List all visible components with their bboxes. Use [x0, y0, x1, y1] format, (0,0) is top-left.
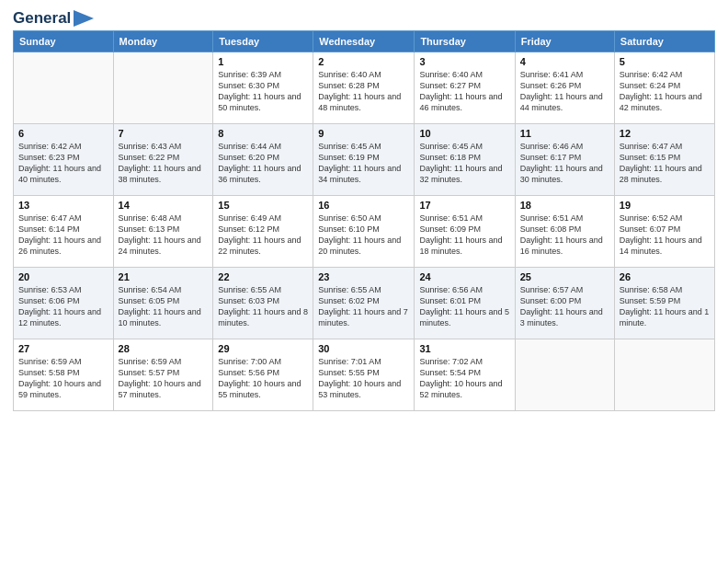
weekday-header-saturday: Saturday: [614, 31, 714, 52]
calendar-cell: 7Sunrise: 6:43 AMSunset: 6:22 PMDaylight…: [113, 124, 213, 196]
calendar-table: SundayMondayTuesdayWednesdayThursdayFrid…: [13, 30, 715, 411]
calendar-cell: [14, 52, 114, 124]
day-info: Sunrise: 6:41 AMSunset: 6:26 PMDaylight:…: [520, 69, 609, 114]
day-number: 29: [218, 343, 308, 354]
calendar-cell: 11Sunrise: 6:46 AMSunset: 6:17 PMDayligh…: [515, 124, 614, 196]
day-info: Sunrise: 6:39 AMSunset: 6:30 PMDaylight:…: [218, 69, 308, 114]
day-number: 9: [318, 128, 409, 139]
day-number: 8: [218, 128, 308, 139]
calendar-cell: 1Sunrise: 6:39 AMSunset: 6:30 PMDaylight…: [213, 52, 313, 124]
calendar-cell: 18Sunrise: 6:51 AMSunset: 6:08 PMDayligh…: [515, 196, 614, 268]
day-number: 1: [218, 56, 308, 67]
svg-marker-0: [74, 10, 94, 27]
calendar-cell: 30Sunrise: 7:01 AMSunset: 5:55 PMDayligh…: [313, 339, 415, 411]
day-number: 20: [18, 271, 108, 282]
calendar-cell: 10Sunrise: 6:45 AMSunset: 6:18 PMDayligh…: [415, 124, 515, 196]
day-info: Sunrise: 6:45 AMSunset: 6:18 PMDaylight:…: [419, 141, 509, 186]
day-info: Sunrise: 6:59 AMSunset: 5:57 PMDaylight:…: [119, 356, 209, 401]
calendar-cell: 29Sunrise: 7:00 AMSunset: 5:56 PMDayligh…: [213, 339, 313, 411]
day-number: 31: [419, 343, 509, 354]
calendar-cell: 23Sunrise: 6:55 AMSunset: 6:02 PMDayligh…: [313, 268, 415, 339]
calendar-cell: 21Sunrise: 6:54 AMSunset: 6:05 PMDayligh…: [113, 268, 213, 339]
day-info: Sunrise: 6:42 AMSunset: 6:24 PMDaylight:…: [620, 69, 710, 114]
day-info: Sunrise: 6:47 AMSunset: 6:15 PMDaylight:…: [620, 141, 710, 186]
logo-text-general: General: [13, 9, 71, 28]
header: General: [13, 9, 715, 25]
day-info: Sunrise: 6:51 AMSunset: 6:08 PMDaylight:…: [520, 213, 609, 258]
calendar-cell: 28Sunrise: 6:59 AMSunset: 5:57 PMDayligh…: [113, 339, 213, 411]
calendar-cell: 9Sunrise: 6:45 AMSunset: 6:19 PMDaylight…: [313, 124, 415, 196]
day-number: 24: [419, 271, 509, 282]
calendar-cell: 16Sunrise: 6:50 AMSunset: 6:10 PMDayligh…: [313, 196, 415, 268]
page-container: General SundayMondayTuesdayWednesdayThur…: [0, 0, 728, 563]
day-number: 13: [18, 200, 108, 211]
day-number: 16: [318, 200, 409, 211]
day-number: 11: [520, 128, 609, 139]
calendar-cell: [614, 339, 714, 411]
calendar-cell: 12Sunrise: 6:47 AMSunset: 6:15 PMDayligh…: [614, 124, 714, 196]
weekday-header-monday: Monday: [113, 31, 213, 52]
calendar-cell: 3Sunrise: 6:40 AMSunset: 6:27 PMDaylight…: [415, 52, 515, 124]
calendar-week-row: 13Sunrise: 6:47 AMSunset: 6:14 PMDayligh…: [14, 196, 715, 268]
day-info: Sunrise: 6:56 AMSunset: 6:01 PMDaylight:…: [419, 284, 509, 329]
day-number: 25: [520, 271, 609, 282]
day-number: 5: [620, 56, 710, 67]
weekday-header-thursday: Thursday: [415, 31, 515, 52]
day-info: Sunrise: 6:52 AMSunset: 6:07 PMDaylight:…: [620, 213, 710, 258]
calendar-cell: 20Sunrise: 6:53 AMSunset: 6:06 PMDayligh…: [14, 268, 114, 339]
calendar-cell: 4Sunrise: 6:41 AMSunset: 6:26 PMDaylight…: [515, 52, 614, 124]
calendar-cell: 24Sunrise: 6:56 AMSunset: 6:01 PMDayligh…: [415, 268, 515, 339]
calendar-cell: 27Sunrise: 6:59 AMSunset: 5:58 PMDayligh…: [14, 339, 114, 411]
calendar-cell: 22Sunrise: 6:55 AMSunset: 6:03 PMDayligh…: [213, 268, 313, 339]
day-info: Sunrise: 6:45 AMSunset: 6:19 PMDaylight:…: [318, 141, 409, 186]
calendar-cell: 6Sunrise: 6:42 AMSunset: 6:23 PMDaylight…: [14, 124, 114, 196]
calendar-cell: 17Sunrise: 6:51 AMSunset: 6:09 PMDayligh…: [415, 196, 515, 268]
weekday-header-wednesday: Wednesday: [313, 31, 415, 52]
calendar-week-row: 20Sunrise: 6:53 AMSunset: 6:06 PMDayligh…: [14, 268, 715, 339]
day-number: 6: [18, 128, 108, 139]
day-info: Sunrise: 6:43 AMSunset: 6:22 PMDaylight:…: [119, 141, 209, 186]
day-info: Sunrise: 6:54 AMSunset: 6:05 PMDaylight:…: [119, 284, 209, 329]
day-info: Sunrise: 6:46 AMSunset: 6:17 PMDaylight:…: [520, 141, 609, 186]
calendar-cell: 25Sunrise: 6:57 AMSunset: 6:00 PMDayligh…: [515, 268, 614, 339]
calendar-cell: [113, 52, 213, 124]
day-number: 18: [520, 200, 609, 211]
calendar-cell: 5Sunrise: 6:42 AMSunset: 6:24 PMDaylight…: [614, 52, 714, 124]
day-info: Sunrise: 6:55 AMSunset: 6:03 PMDaylight:…: [218, 284, 308, 329]
calendar-cell: 15Sunrise: 6:49 AMSunset: 6:12 PMDayligh…: [213, 196, 313, 268]
calendar-cell: 2Sunrise: 6:40 AMSunset: 6:28 PMDaylight…: [313, 52, 415, 124]
weekday-header-tuesday: Tuesday: [213, 31, 313, 52]
day-info: Sunrise: 6:40 AMSunset: 6:27 PMDaylight:…: [419, 69, 509, 114]
calendar-header-row: SundayMondayTuesdayWednesdayThursdayFrid…: [14, 31, 715, 52]
calendar-cell: 19Sunrise: 6:52 AMSunset: 6:07 PMDayligh…: [614, 196, 714, 268]
calendar-cell: 8Sunrise: 6:44 AMSunset: 6:20 PMDaylight…: [213, 124, 313, 196]
day-number: 22: [218, 271, 308, 282]
day-info: Sunrise: 7:02 AMSunset: 5:54 PMDaylight:…: [419, 356, 509, 401]
day-info: Sunrise: 6:55 AMSunset: 6:02 PMDaylight:…: [318, 284, 409, 329]
day-number: 4: [520, 56, 609, 67]
day-info: Sunrise: 6:50 AMSunset: 6:10 PMDaylight:…: [318, 213, 409, 258]
calendar-cell: 26Sunrise: 6:58 AMSunset: 5:59 PMDayligh…: [614, 268, 714, 339]
day-info: Sunrise: 7:00 AMSunset: 5:56 PMDaylight:…: [218, 356, 308, 401]
day-number: 17: [419, 200, 509, 211]
calendar-cell: 31Sunrise: 7:02 AMSunset: 5:54 PMDayligh…: [415, 339, 515, 411]
day-info: Sunrise: 7:01 AMSunset: 5:55 PMDaylight:…: [318, 356, 409, 401]
calendar-week-row: 1Sunrise: 6:39 AMSunset: 6:30 PMDaylight…: [14, 52, 715, 124]
weekday-header-sunday: Sunday: [14, 31, 114, 52]
day-number: 12: [620, 128, 710, 139]
calendar-cell: 14Sunrise: 6:48 AMSunset: 6:13 PMDayligh…: [113, 196, 213, 268]
day-number: 14: [119, 200, 209, 211]
day-info: Sunrise: 6:44 AMSunset: 6:20 PMDaylight:…: [218, 141, 308, 186]
calendar-week-row: 6Sunrise: 6:42 AMSunset: 6:23 PMDaylight…: [14, 124, 715, 196]
day-number: 7: [119, 128, 209, 139]
day-number: 30: [318, 343, 409, 354]
day-number: 15: [218, 200, 308, 211]
day-number: 3: [419, 56, 509, 67]
logo: General: [13, 9, 94, 25]
day-info: Sunrise: 6:40 AMSunset: 6:28 PMDaylight:…: [318, 69, 409, 114]
day-info: Sunrise: 6:49 AMSunset: 6:12 PMDaylight:…: [218, 213, 308, 258]
day-number: 28: [119, 343, 209, 354]
day-info: Sunrise: 6:48 AMSunset: 6:13 PMDaylight:…: [119, 213, 209, 258]
day-number: 2: [318, 56, 409, 67]
day-info: Sunrise: 6:51 AMSunset: 6:09 PMDaylight:…: [419, 213, 509, 258]
